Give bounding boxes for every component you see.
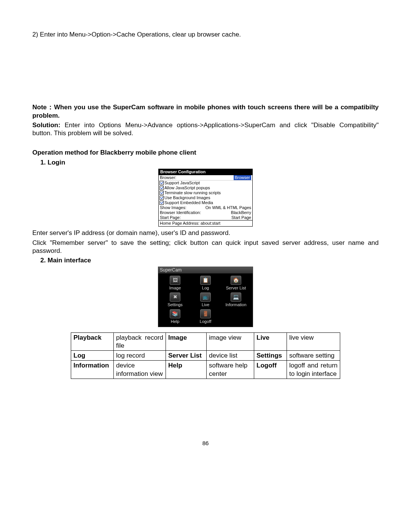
sc-label-help: Help (171, 319, 180, 324)
checkbox-icon (159, 186, 164, 190)
login-desc-2: Click "Remember server" to save the sett… (32, 239, 379, 255)
login-desc-1: Enter server's IP address (or domain nam… (32, 229, 379, 237)
sc-item-settings: ✖Settings (160, 292, 190, 308)
checkbox-icon (159, 181, 164, 185)
th-playback: Playback (71, 332, 114, 351)
bb-browser-value: Browser (234, 175, 251, 180)
sc-label-settings: Settings (167, 302, 183, 308)
image-icon: 🖼 (170, 276, 180, 285)
table-row: Log log record Server List device list S… (71, 351, 340, 361)
checkbox-icon (159, 201, 164, 205)
bb-chk3: Terminate slow running scripts (164, 190, 221, 195)
checkbox-icon (159, 196, 164, 200)
operation-heading: Operation method for Blackberry mobile p… (32, 149, 379, 157)
logoff-icon: 🚪 (200, 309, 211, 318)
checkbox-icon (159, 191, 164, 195)
th-logoff: Logoff (254, 361, 287, 379)
sc-label-live: Live (202, 302, 209, 308)
sc-label-logoff: Logoff (200, 319, 211, 324)
table-row: Playback playback record file Image imag… (71, 332, 340, 351)
th-serverlist: Server List (166, 351, 207, 361)
sc-item-live: 📺Live (190, 292, 221, 308)
td-log: log record (114, 351, 166, 361)
th-image: Image (166, 332, 207, 351)
td-logoff: logoff and return to login interface (287, 361, 340, 379)
note-label: Note： (32, 104, 54, 111)
settings-icon: ✖ (170, 292, 180, 302)
solution-label: Solution: (32, 121, 61, 129)
serverlist-icon: 🏠 (231, 276, 241, 285)
bb-chk5: Support Embedded Media (164, 200, 213, 205)
bb-home: Home Page Address: about:start (159, 220, 252, 227)
th-log: Log (71, 351, 114, 361)
bb-show-value: On WML & HTML Pages (206, 205, 251, 210)
sc-label-serverlist: Server List (226, 286, 246, 291)
td-playback: playback record file (114, 332, 166, 351)
th-settings: Settings (254, 351, 287, 361)
sc-item-logoff: 🚪Logoff (190, 309, 221, 324)
sc-label-information: Information (225, 302, 246, 308)
table-row: Information device information view Help… (71, 361, 340, 379)
bb-browser-label: Browser: (160, 175, 176, 180)
page-number: 86 (32, 440, 379, 447)
solution-paragraph: Solution: Enter into Options Menu->Advan… (32, 121, 379, 137)
information-icon: 💻 (231, 292, 241, 302)
sc-item-information: 💻Information (221, 292, 251, 308)
bb-start-value: Start Page (231, 215, 251, 220)
supercam-screenshot: SuperCam 🖼Image 📋Log 🏠Server List ✖Setti… (158, 267, 253, 327)
th-help: Help (166, 361, 207, 379)
note-paragraph: Note：When you use the SuperCam software … (32, 103, 379, 120)
td-live: live view (287, 332, 340, 351)
sc-label-image: Image (169, 286, 181, 291)
bb-chk2: Allow JavaScript popups (164, 185, 210, 190)
td-image: image view (207, 332, 254, 351)
bb-id-value: BlackBerry (231, 210, 251, 215)
live-icon: 📺 (200, 292, 211, 302)
bb-chk1: Support JavaScript (164, 181, 200, 185)
sc-grid: 🖼Image 📋Log 🏠Server List ✖Settings 📺Live… (158, 273, 253, 326)
browser-config-screenshot: Browser Configuration Browser: Browser S… (158, 169, 253, 227)
th-information: Information (71, 361, 114, 379)
td-settings: software setting (287, 351, 340, 361)
sc-item-image: 🖼Image (160, 276, 190, 291)
bb-start-label: Start Page: (160, 215, 181, 220)
help-icon: 📚 (170, 309, 180, 318)
bb-title: Browser Configuration (159, 169, 252, 175)
main-interface-heading: Main interface (48, 256, 379, 264)
sc-item-log: 📋Log (190, 276, 221, 291)
th-live: Live (254, 332, 287, 351)
bb-chk4: Use Background Images (164, 195, 210, 200)
bb-id-label: Browser Identification: (160, 210, 201, 215)
solution-text: Enter into Options Menu->Advance options… (32, 121, 379, 137)
main-interface-table: Playback playback record file Image imag… (71, 332, 340, 379)
note-text: When you use the SuperCam software in mo… (32, 104, 379, 119)
login-heading: Login (48, 158, 379, 166)
sc-title: SuperCam (158, 267, 253, 273)
intro-line: 2) Enter into Menu->Option->Cache Operat… (32, 30, 379, 38)
bb-show-label: Show Images: (160, 205, 186, 210)
td-serverlist: device list (207, 351, 254, 361)
sc-label-log: Log (202, 286, 209, 291)
sc-item-help: 📚Help (160, 309, 190, 324)
td-information: device information view (114, 361, 166, 379)
td-help: software help center (207, 361, 254, 379)
sc-item-serverlist: 🏠Server List (221, 276, 251, 291)
log-icon: 📋 (200, 276, 211, 285)
